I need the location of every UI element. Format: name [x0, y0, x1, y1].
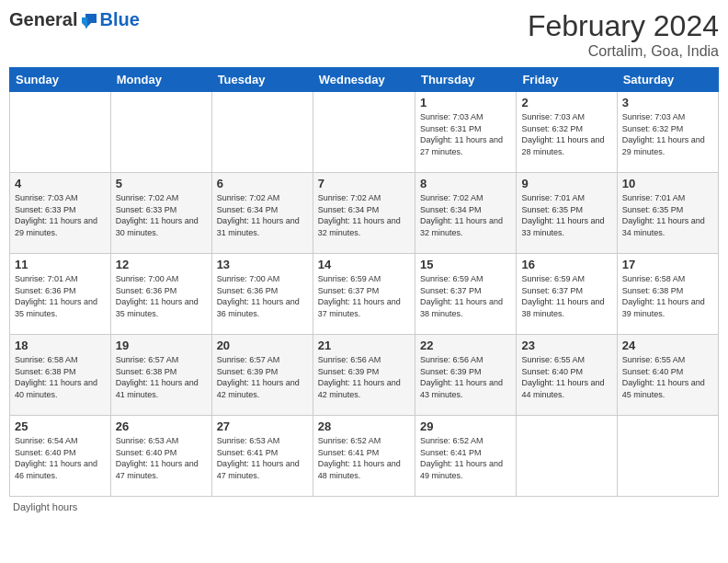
- day-number: 10: [622, 177, 713, 190]
- day-number: 25: [15, 419, 106, 433]
- calendar-week-row: 25Sunrise: 6:54 AM Sunset: 6:40 PM Dayli…: [10, 416, 719, 497]
- footer: Daylight hours: [9, 501, 719, 512]
- day-number: 12: [116, 258, 207, 271]
- day-info: Sunrise: 7:03 AM Sunset: 6:33 PM Dayligh…: [15, 192, 106, 238]
- calendar-cell: 4Sunrise: 7:03 AM Sunset: 6:33 PM Daylig…: [10, 173, 111, 254]
- calendar-cell: 6Sunrise: 7:02 AM Sunset: 6:34 PM Daylig…: [211, 173, 313, 254]
- day-number: 8: [420, 177, 511, 190]
- calendar-cell: 27Sunrise: 6:53 AM Sunset: 6:41 PM Dayli…: [211, 416, 313, 497]
- day-number: 21: [318, 339, 410, 352]
- day-number: 29: [420, 419, 511, 433]
- day-number: 7: [318, 177, 410, 190]
- month-year: February 2024: [528, 9, 719, 43]
- calendar-cell: [517, 416, 617, 497]
- day-of-week-header: Wednesday: [313, 68, 415, 92]
- calendar-cell: 1Sunrise: 7:03 AM Sunset: 6:31 PM Daylig…: [415, 92, 516, 173]
- calendar-cell: 7Sunrise: 7:02 AM Sunset: 6:34 PM Daylig…: [313, 173, 415, 254]
- day-number: 24: [622, 339, 713, 352]
- calendar-header-row: SundayMondayTuesdayWednesdayThursdayFrid…: [10, 68, 719, 92]
- day-number: 9: [521, 177, 611, 190]
- calendar-cell: 15Sunrise: 6:59 AM Sunset: 6:37 PM Dayli…: [415, 254, 516, 335]
- calendar-cell: 28Sunrise: 6:52 AM Sunset: 6:41 PM Dayli…: [313, 416, 415, 497]
- day-number: 17: [622, 258, 713, 271]
- calendar-cell: 10Sunrise: 7:01 AM Sunset: 6:35 PM Dayli…: [617, 173, 718, 254]
- day-info: Sunrise: 7:03 AM Sunset: 6:32 PM Dayligh…: [622, 111, 713, 157]
- day-number: 6: [217, 177, 308, 190]
- calendar-cell: 9Sunrise: 7:01 AM Sunset: 6:35 PM Daylig…: [517, 173, 617, 254]
- day-number: 14: [318, 258, 410, 271]
- calendar-week-row: 11Sunrise: 7:01 AM Sunset: 6:36 PM Dayli…: [10, 254, 719, 335]
- day-info: Sunrise: 7:00 AM Sunset: 6:36 PM Dayligh…: [116, 273, 207, 319]
- calendar-cell: [617, 416, 718, 497]
- location: Cortalim, Goa, India: [528, 43, 719, 60]
- day-info: Sunrise: 7:02 AM Sunset: 6:34 PM Dayligh…: [217, 192, 308, 238]
- day-info: Sunrise: 6:55 AM Sunset: 6:40 PM Dayligh…: [622, 354, 713, 400]
- day-info: Sunrise: 6:55 AM Sunset: 6:40 PM Dayligh…: [521, 354, 611, 400]
- day-info: Sunrise: 7:02 AM Sunset: 6:34 PM Dayligh…: [420, 192, 511, 238]
- day-of-week-header: Thursday: [415, 68, 516, 92]
- day-number: 27: [217, 419, 308, 433]
- logo-general: General: [9, 9, 77, 30]
- day-info: Sunrise: 7:02 AM Sunset: 6:34 PM Dayligh…: [318, 192, 410, 238]
- day-number: 2: [521, 96, 611, 109]
- calendar-week-row: 4Sunrise: 7:03 AM Sunset: 6:33 PM Daylig…: [10, 173, 719, 254]
- calendar-cell: [313, 92, 415, 173]
- day-info: Sunrise: 6:54 AM Sunset: 6:40 PM Dayligh…: [15, 435, 106, 481]
- header: General Blue February 2024 Cortalim, Goa…: [9, 9, 719, 60]
- logo-blue: Blue: [99, 9, 139, 30]
- day-info: Sunrise: 6:52 AM Sunset: 6:41 PM Dayligh…: [318, 435, 410, 481]
- day-number: 28: [318, 419, 410, 433]
- calendar-cell: 16Sunrise: 6:59 AM Sunset: 6:37 PM Dayli…: [517, 254, 617, 335]
- calendar-cell: 21Sunrise: 6:56 AM Sunset: 6:39 PM Dayli…: [313, 335, 415, 416]
- calendar-cell: 12Sunrise: 7:00 AM Sunset: 6:36 PM Dayli…: [110, 254, 211, 335]
- calendar-cell: 23Sunrise: 6:55 AM Sunset: 6:40 PM Dayli…: [517, 335, 617, 416]
- day-info: Sunrise: 7:00 AM Sunset: 6:36 PM Dayligh…: [217, 273, 308, 319]
- day-info: Sunrise: 6:52 AM Sunset: 6:41 PM Dayligh…: [420, 435, 511, 481]
- calendar-week-row: 1Sunrise: 7:03 AM Sunset: 6:31 PM Daylig…: [10, 92, 719, 173]
- day-info: Sunrise: 6:59 AM Sunset: 6:37 PM Dayligh…: [420, 273, 511, 319]
- day-of-week-header: Sunday: [10, 68, 111, 92]
- calendar-cell: 11Sunrise: 7:01 AM Sunset: 6:36 PM Dayli…: [10, 254, 111, 335]
- calendar-cell: 14Sunrise: 6:59 AM Sunset: 6:37 PM Dayli…: [313, 254, 415, 335]
- calendar-cell: [110, 92, 211, 173]
- calendar-cell: 17Sunrise: 6:58 AM Sunset: 6:38 PM Dayli…: [617, 254, 718, 335]
- calendar-cell: 13Sunrise: 7:00 AM Sunset: 6:36 PM Dayli…: [211, 254, 313, 335]
- day-info: Sunrise: 7:03 AM Sunset: 6:32 PM Dayligh…: [521, 111, 611, 157]
- day-info: Sunrise: 7:03 AM Sunset: 6:31 PM Dayligh…: [420, 111, 511, 157]
- day-of-week-header: Saturday: [617, 68, 718, 92]
- day-info: Sunrise: 7:01 AM Sunset: 6:35 PM Dayligh…: [622, 192, 713, 238]
- day-number: 26: [116, 419, 207, 433]
- calendar-cell: 3Sunrise: 7:03 AM Sunset: 6:32 PM Daylig…: [617, 92, 718, 173]
- calendar-cell: 26Sunrise: 6:53 AM Sunset: 6:40 PM Dayli…: [110, 416, 211, 497]
- day-info: Sunrise: 7:01 AM Sunset: 6:35 PM Dayligh…: [521, 192, 611, 238]
- logo-icon: [78, 10, 98, 30]
- day-info: Sunrise: 6:56 AM Sunset: 6:39 PM Dayligh…: [318, 354, 410, 400]
- calendar-week-row: 18Sunrise: 6:58 AM Sunset: 6:38 PM Dayli…: [10, 335, 719, 416]
- calendar-cell: 24Sunrise: 6:55 AM Sunset: 6:40 PM Dayli…: [617, 335, 718, 416]
- day-info: Sunrise: 6:57 AM Sunset: 6:38 PM Dayligh…: [116, 354, 207, 400]
- day-number: 16: [521, 258, 611, 271]
- day-number: 11: [15, 258, 106, 271]
- day-number: 13: [217, 258, 308, 271]
- calendar-cell: 25Sunrise: 6:54 AM Sunset: 6:40 PM Dayli…: [10, 416, 111, 497]
- calendar-cell: 29Sunrise: 6:52 AM Sunset: 6:41 PM Dayli…: [415, 416, 516, 497]
- calendar-cell: 2Sunrise: 7:03 AM Sunset: 6:32 PM Daylig…: [517, 92, 617, 173]
- day-number: 20: [217, 339, 308, 352]
- day-info: Sunrise: 6:56 AM Sunset: 6:39 PM Dayligh…: [420, 354, 511, 400]
- svg-marker-1: [82, 17, 87, 29]
- day-info: Sunrise: 6:53 AM Sunset: 6:40 PM Dayligh…: [116, 435, 207, 481]
- day-number: 18: [15, 339, 106, 352]
- day-info: Sunrise: 6:57 AM Sunset: 6:39 PM Dayligh…: [217, 354, 308, 400]
- day-info: Sunrise: 6:58 AM Sunset: 6:38 PM Dayligh…: [622, 273, 713, 319]
- calendar-cell: 22Sunrise: 6:56 AM Sunset: 6:39 PM Dayli…: [415, 335, 516, 416]
- calendar-cell: [211, 92, 313, 173]
- calendar-cell: 20Sunrise: 6:57 AM Sunset: 6:39 PM Dayli…: [211, 335, 313, 416]
- day-number: 23: [521, 339, 611, 352]
- calendar-cell: 8Sunrise: 7:02 AM Sunset: 6:34 PM Daylig…: [415, 173, 516, 254]
- calendar-cell: 19Sunrise: 6:57 AM Sunset: 6:38 PM Dayli…: [110, 335, 211, 416]
- day-number: 1: [420, 96, 511, 109]
- page: General Blue February 2024 Cortalim, Goa…: [0, 0, 728, 563]
- calendar: SundayMondayTuesdayWednesdayThursdayFrid…: [9, 67, 719, 497]
- day-number: 3: [622, 96, 713, 109]
- day-number: 5: [116, 177, 207, 190]
